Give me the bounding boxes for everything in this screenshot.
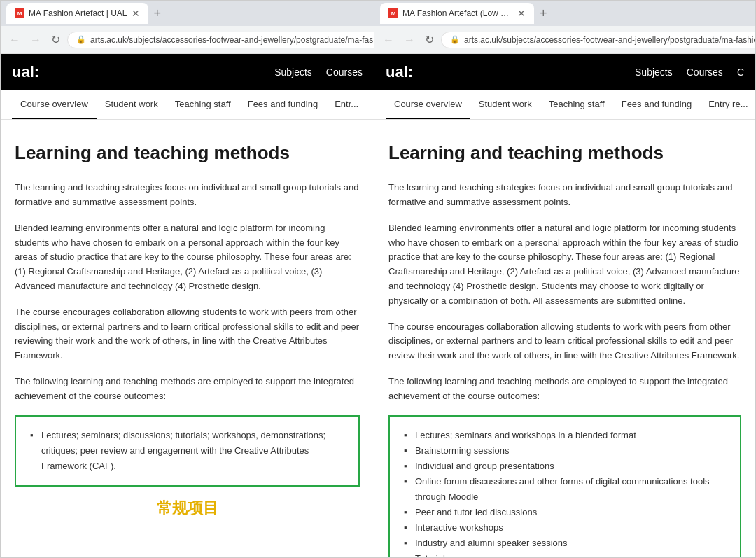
right-tab-title: MA Fashion Artefact (Low Res...: [402, 8, 513, 18]
left-bullet-list: Lectures; seminars; discussions; tutoria…: [30, 428, 344, 474]
left-tab-title: MA Fashion Artefact | UAL: [29, 8, 127, 18]
right-refresh-button[interactable]: ↻: [422, 30, 437, 50]
left-course-nav-entry[interactable]: Entr...: [326, 90, 367, 119]
left-site-header: ual: Subjects Courses: [1, 54, 374, 90]
left-header-nav: Subjects Courses: [274, 67, 363, 78]
right-course-nav-teaching[interactable]: Teaching staff: [540, 90, 613, 119]
left-browser-window: M MA Fashion Artefact | UAL ✕ + ← → ↻ 🔒 …: [0, 0, 374, 558]
left-address-bar: ← → ↻ 🔒 arts.ac.uk/subjects/accessories-…: [1, 26, 374, 54]
left-course-nav-overview[interactable]: Course overview: [12, 90, 97, 119]
left-tab-favicon: M: [15, 8, 24, 18]
left-course-nav-student-work[interactable]: Student work: [97, 90, 167, 119]
right-para-1: The learning and teaching strategies foc…: [388, 181, 741, 210]
left-url-bar[interactable]: 🔒 arts.ac.uk/subjects/accessories-footwe…: [67, 32, 374, 48]
right-bullet-item-6: Industry and alumni speaker sessions: [404, 536, 726, 551]
right-ual-logo: ual:: [386, 63, 413, 81]
left-course-nav: Course overview Student work Teaching st…: [1, 90, 374, 120]
right-nav-subjects[interactable]: Subjects: [635, 67, 673, 78]
right-bullet-item-1: Brainstorming sessions: [404, 443, 726, 459]
right-bullet-item-7: Tutorials: [404, 551, 726, 557]
left-course-nav-teaching[interactable]: Teaching staff: [167, 90, 239, 119]
right-bullet-list: Lectures; seminars and workshops in a bl…: [404, 428, 726, 557]
right-tab-close-icon[interactable]: ✕: [517, 8, 526, 19]
right-bullet-item-5: Interactive workshops: [404, 520, 726, 536]
left-para-3: The course encourages collaboration allo…: [15, 305, 360, 363]
right-para-4: The following learning and teaching meth…: [388, 375, 741, 404]
right-forward-button[interactable]: →: [401, 30, 418, 50]
right-url-bar[interactable]: 🔒 arts.ac.uk/subjects/accessories-footwe…: [441, 32, 756, 48]
left-para-4: The following learning and teaching meth…: [15, 375, 360, 404]
right-bullet-item-3: Online forum discussions and other forms…: [404, 474, 726, 505]
right-bullet-item-2: Individual and group presentations: [404, 459, 726, 474]
right-tab-favicon: M: [388, 8, 398, 18]
right-course-nav-overview[interactable]: Course overview: [386, 90, 470, 119]
right-address-bar: ← → ↻ 🔒 arts.ac.uk/subjects/accessories-…: [374, 26, 755, 54]
left-browser-tab[interactable]: M MA Fashion Artefact | UAL ✕: [6, 3, 148, 24]
right-back-button[interactable]: ←: [380, 30, 397, 50]
left-page-content: Learning and teaching methods The learni…: [1, 120, 374, 557]
right-para-3: The course encourages collaboration allo…: [388, 320, 741, 363]
left-new-tab-button[interactable]: +: [151, 6, 164, 21]
left-forward-button[interactable]: →: [27, 30, 44, 50]
right-bullet-box: Lectures; seminars and workshops in a bl…: [388, 415, 741, 557]
right-nav-c[interactable]: C: [737, 67, 744, 78]
right-page-content: Learning and teaching methods The learni…: [374, 120, 755, 557]
right-bullet-item-4: Peer and tutor led discussions: [404, 505, 726, 520]
left-para-1: The learning and teaching strategies foc…: [15, 181, 360, 210]
left-nav-subjects[interactable]: Subjects: [274, 67, 312, 78]
right-browser-tab[interactable]: M MA Fashion Artefact (Low Res... ✕: [380, 3, 534, 24]
left-ual-logo: ual:: [12, 63, 39, 81]
left-back-button[interactable]: ←: [6, 30, 23, 50]
right-browser-window: M MA Fashion Artefact (Low Res... ✕ + ← …: [374, 0, 756, 558]
right-course-nav-fees[interactable]: Fees and funding: [613, 90, 700, 119]
right-bullet-item-0: Lectures; seminars and workshops in a bl…: [404, 428, 726, 443]
left-bullet-box: Lectures; seminars; discussions; tutoria…: [15, 415, 360, 487]
right-nav-courses[interactable]: Courses: [687, 67, 723, 78]
right-url-text: arts.ac.uk/subjects/accessories-footwear…: [464, 35, 756, 45]
left-nav-courses[interactable]: Courses: [326, 67, 363, 78]
right-new-tab-button[interactable]: +: [537, 6, 550, 21]
right-lock-icon: 🔒: [450, 35, 460, 44]
left-lock-icon: 🔒: [76, 35, 86, 44]
right-site-header: ual: Subjects Courses C: [374, 54, 755, 90]
left-tab-close-icon[interactable]: ✕: [132, 8, 140, 19]
left-tab-bar: M MA Fashion Artefact | UAL ✕ +: [1, 1, 374, 26]
right-page-heading: Learning and teaching methods: [388, 142, 741, 164]
right-tab-bar: M MA Fashion Artefact (Low Res... ✕ +: [374, 1, 755, 26]
left-bullet-item-0: Lectures; seminars; discussions; tutoria…: [30, 428, 344, 474]
left-para-2: Blended learning environments offer a na…: [15, 221, 360, 294]
right-course-nav: Course overview Student work Teaching st…: [374, 90, 755, 120]
left-refresh-button[interactable]: ↻: [48, 30, 63, 50]
left-label: 常规项目: [15, 498, 360, 519]
left-url-text: arts.ac.uk/subjects/accessories-footwear…: [90, 35, 374, 45]
right-para-2: Blended learning environments offer a na…: [388, 221, 741, 309]
right-course-nav-student-work[interactable]: Student work: [470, 90, 540, 119]
right-header-nav: Subjects Courses C: [635, 67, 744, 78]
left-course-nav-fees[interactable]: Fees and funding: [239, 90, 326, 119]
right-course-nav-entry[interactable]: Entry re...: [700, 90, 756, 119]
left-page-heading: Learning and teaching methods: [15, 142, 360, 164]
